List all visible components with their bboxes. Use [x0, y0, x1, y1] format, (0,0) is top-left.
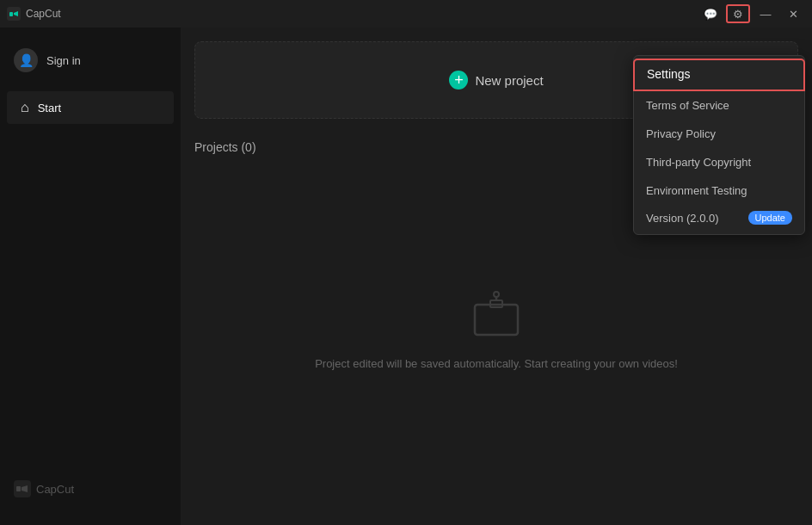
- app-logo-icon: [7, 7, 21, 21]
- close-button[interactable]: ✕: [781, 4, 805, 23]
- avatar: 👤: [14, 48, 38, 72]
- dropdown-item-version[interactable]: Version (2.0.0) Update: [634, 205, 804, 231]
- dropdown-item-copyright[interactable]: Third-party Copyright: [634, 148, 804, 176]
- settings-dropdown-title: Settings: [633, 59, 805, 91]
- projects-title: Projects (0): [194, 140, 256, 154]
- sidebar-item-label-start: Start: [38, 102, 61, 114]
- new-project-label: New project: [475, 73, 543, 88]
- svg-rect-1: [9, 12, 13, 16]
- message-button[interactable]: 💬: [698, 4, 723, 23]
- settings-dropdown: Settings Terms of Service Privacy Policy…: [633, 55, 805, 235]
- svg-point-9: [494, 292, 499, 297]
- dropdown-item-terms[interactable]: Terms of Service: [634, 91, 804, 120]
- sidebar-item-start[interactable]: ⌂ Start: [7, 91, 174, 124]
- title-bar-controls: 💬 ⚙ — ✕: [698, 4, 805, 23]
- empty-state-icon: [462, 283, 531, 343]
- sign-in-button[interactable]: 👤 Sign in: [0, 41, 181, 86]
- svg-rect-6: [475, 305, 518, 335]
- minimize-icon: —: [760, 8, 772, 21]
- sidebar-nav: ⌂ Start: [0, 86, 181, 129]
- empty-state-text: Project edited will be saved automatical…: [315, 357, 678, 370]
- content-area: + New project Projects (0) Project edite…: [181, 28, 812, 525]
- user-icon: 👤: [19, 53, 34, 67]
- home-icon: ⌂: [21, 100, 29, 115]
- update-badge[interactable]: Update: [748, 211, 792, 225]
- sidebar: 👤 Sign in ⌂ Start CapCut: [0, 28, 181, 525]
- sidebar-bottom-logo: CapCut: [0, 466, 181, 511]
- dropdown-item-privacy[interactable]: Privacy Policy: [634, 120, 804, 148]
- settings-button[interactable]: ⚙: [726, 4, 750, 23]
- title-bar-left: CapCut: [7, 7, 61, 21]
- bottom-logo-text: CapCut: [36, 483, 74, 496]
- title-bar: CapCut 💬 ⚙ — ✕: [0, 0, 812, 28]
- minimize-button[interactable]: —: [754, 4, 778, 23]
- svg-rect-4: [16, 486, 21, 491]
- sign-in-label: Sign in: [46, 54, 81, 67]
- bottom-logo-icon: [14, 480, 31, 497]
- app-title: CapCut: [26, 8, 61, 20]
- plus-icon: +: [449, 71, 468, 90]
- settings-icon: ⚙: [733, 8, 743, 21]
- message-icon: 💬: [704, 8, 717, 21]
- version-label: Version (2.0.0): [646, 212, 719, 225]
- main-layout: 👤 Sign in ⌂ Start CapCut +: [0, 28, 812, 525]
- close-icon: ✕: [789, 8, 798, 21]
- dropdown-item-env[interactable]: Environment Testing: [634, 176, 804, 205]
